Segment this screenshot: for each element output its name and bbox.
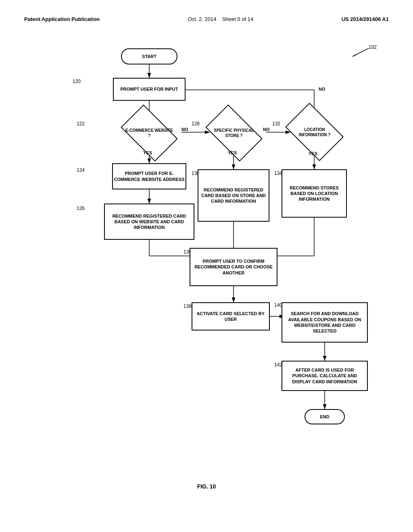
no-122: NO (181, 127, 188, 132)
header-right: US 2014/291406 A1 (342, 16, 389, 22)
node-136: PROMPT USER TO CONFIRM RECOMMENDED CARD … (190, 248, 277, 286)
header-left: Patent Application Publication (24, 16, 100, 22)
node-138: ACTIVATE CARD SELECTED BY USER (192, 302, 270, 330)
start-node: START (121, 48, 177, 64)
svg-line-21 (353, 54, 357, 56)
label-124: 124 (77, 167, 85, 173)
diamond-132-label: LOCATION INFORMATION ? (290, 115, 339, 149)
no-128: NO (263, 127, 270, 132)
diamond-122-label: E-COMMERCE WEBSITE ? (125, 117, 173, 149)
node-134: RECOMMEND STORES BASED ON LOCATION INFOR… (282, 169, 347, 218)
diamond-128-container: SPECIFIC PHYSICAL STORE ? (210, 117, 258, 149)
page: Patent Application Publication Oct. 2, 2… (0, 0, 413, 532)
label-120: 120 (73, 79, 81, 84)
page-header: Patent Application Publication Oct. 2, 2… (24, 16, 389, 22)
diamond-122-container: E-COMMERCE WEBSITE ? (125, 117, 173, 149)
node-140: SEARCH FOR AND DOWNLOAD AVAILABLE COUPON… (282, 302, 368, 343)
node-130: RECOMMEND REGISTERED CARD BASED ON STORE… (198, 169, 269, 222)
yes-122: YES (143, 150, 152, 155)
label-132: 132 (272, 121, 280, 127)
diamond-128-label: SPECIFIC PHYSICAL STORE ? (210, 117, 258, 149)
header-date: Oct. 2, 2014 (188, 16, 217, 22)
ref-102: 102 (369, 44, 377, 50)
label-138: 138 (184, 303, 192, 309)
figure-caption: FIG. 10 (24, 483, 389, 490)
yes-132: YES (309, 151, 317, 156)
yes-128: YES (228, 150, 237, 155)
header-sheet: Sheet 5 of 14 (222, 16, 253, 22)
node-142: AFTER CARD IS USED FOR PURCHASE, CALCULA… (282, 361, 368, 391)
node-120: PROMPT USER FOR INPUT (113, 78, 186, 101)
end-node: END (305, 409, 345, 424)
label-122: 122 (77, 121, 85, 127)
diamond-132-container: LOCATION INFORMATION ? (290, 115, 339, 149)
diagram-area: 102 START 120 PROMPT USER FOR INPUT 122 … (24, 30, 389, 498)
node-124: PROMPT USER FOR E-COMMERCE WEBSITE ADDRE… (112, 163, 186, 189)
node-126: RECOMMEND REGISTERED CARD BASED ON WEBSI… (104, 204, 194, 240)
header-center: Oct. 2, 2014 Sheet 5 of 14 (188, 16, 254, 22)
no-132: NO (319, 87, 325, 91)
label-128: 128 (192, 121, 200, 127)
label-126: 126 (77, 206, 85, 211)
